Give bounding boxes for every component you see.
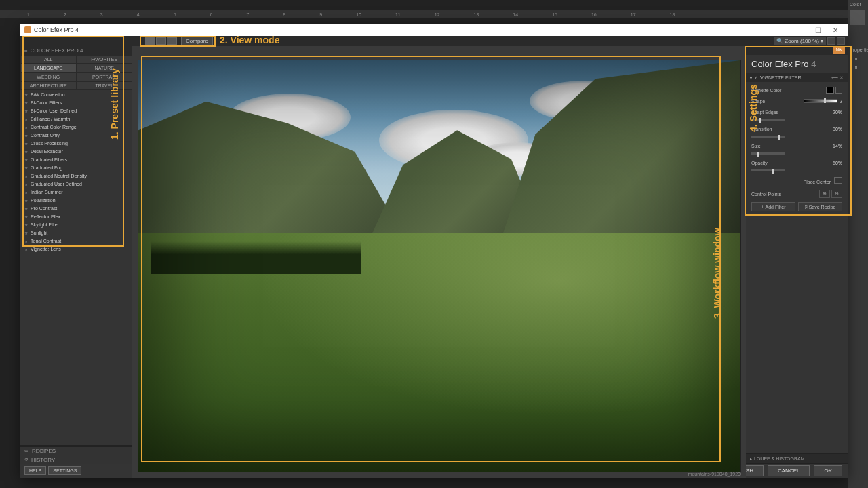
preset-item[interactable]: ★Reflector Efex [20, 212, 132, 220]
compare-button[interactable]: Compare [181, 37, 213, 45]
preset-label: Detail Extractor [31, 149, 63, 154]
star-icon[interactable]: ★ [24, 100, 28, 105]
star-icon[interactable]: ★ [24, 247, 28, 251]
star-icon[interactable]: ★ [24, 182, 28, 186]
cancel-button[interactable]: CANCEL [768, 465, 810, 476]
panel-toggle-button[interactable] [837, 37, 845, 45]
preset-item[interactable]: ★Graduated Fog [20, 163, 132, 171]
filter-header[interactable]: ▾ ✓ VIGNETTE FILTER ⟷ ✕ [746, 73, 848, 82]
star-icon[interactable]: ★ [24, 108, 28, 113]
star-icon[interactable]: ★ [24, 198, 28, 203]
maximize-button[interactable]: ☐ [810, 25, 826, 35]
preset-label: Graduated Filters [31, 157, 67, 162]
tab-portrait[interactable]: PORTRAIT [77, 73, 133, 81]
opacity-slider[interactable] [751, 169, 785, 171]
star-icon[interactable]: ★ [24, 174, 28, 178]
preset-item[interactable]: ★Pro Contrast [20, 204, 132, 212]
tab-architecture[interactable]: ARCHITECTURE [20, 81, 77, 90]
place-center-button[interactable] [834, 177, 842, 184]
star-icon[interactable]: ★ [24, 214, 28, 219]
recipes-section[interactable]: ▭RECIPES [20, 446, 132, 455]
host-panel-color[interactable]: Color [848, 0, 868, 9]
preset-item[interactable]: ★Sunlight [20, 228, 132, 237]
star-icon[interactable]: ★ [24, 125, 28, 129]
view-side-icon[interactable] [167, 37, 177, 45]
save-icon: ⎘ [805, 205, 808, 209]
star-icon[interactable]: ★ [24, 117, 28, 121]
star-icon[interactable]: ★ [24, 190, 28, 195]
filter-expand-icon[interactable]: ⟷ ✕ [831, 75, 844, 81]
preset-label: Graduated User Defined [31, 182, 82, 186]
star-icon[interactable]: ★ [24, 206, 28, 211]
tab-nature[interactable]: NATURE [77, 64, 133, 73]
place-center-row: Place Center [751, 177, 842, 184]
tab-favorites[interactable]: FAVORITES [77, 55, 133, 64]
history-label: HISTORY [31, 457, 55, 463]
preset-item[interactable]: ★Graduated Neutral Density [20, 171, 132, 180]
preset-label: Polarization [31, 198, 56, 203]
filter-name: VIGNETTE FILTER [760, 75, 802, 80]
adapt-edges-value: 20% [833, 110, 842, 115]
loupe-section[interactable]: ▸ LOUPE & HISTOGRAM [746, 453, 848, 463]
preset-label: Skylight Filter [31, 222, 59, 227]
opacity-row: Opacity 60% [751, 159, 842, 167]
transition-slider[interactable] [751, 136, 785, 138]
add-filter-label: Add Filter [766, 205, 786, 209]
annotation-label-1: 1. Preset library [109, 38, 120, 140]
host-measure-h: 0 in [848, 63, 868, 72]
star-icon[interactable]: ★ [24, 149, 28, 154]
star-icon[interactable]: ★ [24, 92, 28, 97]
preset-item[interactable]: ★Skylight Filter [20, 220, 132, 228]
workflow-canvas: mountains-919040_1920 [132, 46, 746, 478]
star-icon[interactable]: ★ [24, 239, 28, 243]
view-split-icon[interactable] [156, 37, 166, 45]
preset-item[interactable]: ★Vignette: Lens [20, 245, 132, 253]
settings-button[interactable]: SETTINGS [48, 466, 81, 475]
tab-travel[interactable]: TRAVEL [77, 81, 133, 90]
app-title: Color Efex Pro 4 [746, 55, 848, 73]
save-recipe-button[interactable]: ⎘Save Recipe [798, 202, 842, 211]
bg-color-button[interactable] [827, 37, 835, 45]
preset-item[interactable]: ★Cross Processing [20, 139, 132, 147]
preset-item[interactable]: ★Polarization [20, 196, 132, 204]
history-section[interactable]: ↺HISTORY [20, 455, 132, 464]
star-icon[interactable]: ★ [24, 222, 28, 227]
tab-all[interactable]: ALL [20, 55, 77, 64]
add-filter-button[interactable]: +Add Filter [751, 202, 795, 211]
preset-label: Contrast Color Range [31, 125, 77, 129]
preset-item[interactable]: ★Graduated User Defined [20, 180, 132, 188]
preset-item[interactable]: ★Graduated Filters [20, 155, 132, 163]
preset-item[interactable]: ★Tonal Contrast [20, 237, 132, 245]
shape-slider[interactable] [804, 99, 837, 103]
tab-wedding[interactable]: WEDDING [20, 73, 77, 81]
close-button[interactable]: ✕ [827, 25, 844, 35]
ok-button[interactable]: OK [814, 465, 842, 476]
preset-label: Bi-Color Filters [31, 100, 62, 105]
star-icon[interactable]: ★ [24, 230, 28, 235]
zoom-dropdown-icon[interactable]: ▾ [821, 38, 823, 44]
preset-item[interactable]: ★Indian Summer [20, 188, 132, 196]
preset-label: Reflector Efex [31, 214, 60, 219]
help-button[interactable]: HELP [24, 466, 46, 475]
host-panel-properties[interactable]: Properties [848, 45, 868, 54]
size-slider[interactable] [751, 152, 785, 155]
preset-label: Graduated Neutral Density [31, 174, 87, 178]
history-icon: ↺ [24, 457, 28, 462]
star-icon[interactable]: ★ [24, 133, 28, 138]
save-recipe-label: Save Recipe [809, 205, 836, 209]
star-icon[interactable]: ★ [24, 165, 28, 170]
add-positive-point-button[interactable]: ⊕ [819, 190, 830, 198]
minimize-button[interactable]: — [792, 25, 808, 35]
preset-item[interactable]: ★Detail Extractor [20, 147, 132, 155]
star-icon[interactable]: ★ [24, 157, 28, 162]
preview-image[interactable] [138, 60, 741, 472]
view-single-icon[interactable] [145, 37, 155, 45]
tab-landscape[interactable]: LANDSCAPE [20, 64, 77, 73]
star-icon[interactable]: ★ [24, 141, 28, 146]
color-picker[interactable] [826, 87, 834, 94]
place-center-label: Place Center [804, 180, 831, 184]
menu-icon[interactable]: ≡ [24, 47, 28, 54]
zoom-indicator[interactable]: 🔍 Zoom (100 %) ▾ [774, 37, 826, 45]
add-negative-point-button[interactable]: ⊖ [831, 190, 842, 198]
eyedropper-icon[interactable] [835, 87, 842, 94]
